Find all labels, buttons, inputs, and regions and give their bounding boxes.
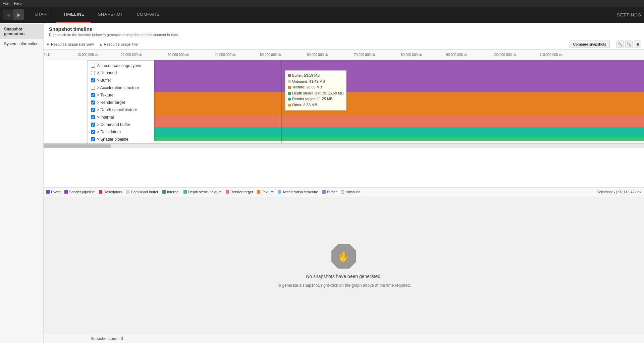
tick-10: 100,000,000 ck <box>493 53 516 57</box>
legend-color-internal <box>162 190 166 194</box>
dropdown-internal[interactable]: > Internal <box>88 114 154 121</box>
tick-0: 0 ck <box>44 53 50 57</box>
filter-button[interactable]: ▲ Resource usage filter <box>99 42 139 46</box>
tooltip-row-buffer: Buffer: 53.19 MB <box>288 73 343 79</box>
svg-rect-4 <box>87 116 644 127</box>
legend-unbound: Unbound <box>341 190 361 194</box>
dropdown-unbound[interactable]: > Unbound <box>88 69 154 77</box>
dropdown-desc[interactable]: > Descriptors <box>88 128 154 136</box>
checkbox-cmd[interactable] <box>91 123 95 127</box>
chart-area: 0 ck 10,000,000 ck 20,000,000 ck 30,000,… <box>44 50 644 187</box>
horizontal-scrollbar[interactable] <box>44 143 644 148</box>
dropdown-texture[interactable]: > Texture <box>88 91 154 99</box>
tooltip-label-unbound: Unbound: 41.42 MB <box>292 79 325 85</box>
checkbox-all[interactable] <box>91 64 95 68</box>
scrollbar-thumb[interactable] <box>44 144 111 148</box>
checkbox-buffer[interactable] <box>91 78 95 82</box>
tick-9: 90,000,000 ck <box>446 53 467 57</box>
tooltip-color-render <box>288 98 291 100</box>
dropdown-shader[interactable]: > Shader pipeline <box>88 136 154 143</box>
tooltip-row-other: Other: 8.33 MB <box>288 102 343 108</box>
chart-graph[interactable]: Buffer: 53.19 MB Unbound: 41.42 MB Textu… <box>44 60 644 143</box>
page-title: Snapshot timeline <box>49 26 639 32</box>
search-button-2[interactable]: 🔍 <box>625 41 633 48</box>
legend-label-texture: Texture <box>262 190 274 194</box>
checkbox-depth[interactable] <box>91 108 95 112</box>
tick-7: 70,000,000 ck <box>354 53 375 57</box>
tick-8: 80,000,000 ck <box>401 53 422 57</box>
controls-row: ▼ Resource usage size view ▲ Resource us… <box>44 39 644 50</box>
svg-rect-3 <box>87 92 644 116</box>
label-cmd: > Command buffer <box>97 122 130 127</box>
checkbox-internal[interactable] <box>91 115 95 119</box>
tooltip-row-depth: Depth stencil texture: 15.50 MB <box>288 90 343 96</box>
tooltip-color-other <box>288 104 291 107</box>
label-unbound: > Unbound <box>97 71 117 75</box>
legend-label-shader: Shader pipeline <box>69 190 95 194</box>
legend-color-buffer <box>322 190 326 194</box>
tick-2: 20,000,000 ck <box>121 53 142 57</box>
svg-rect-5 <box>87 127 644 137</box>
timeline-ruler: 0 ck 10,000,000 ck 20,000,000 ck 30,000,… <box>44 50 644 60</box>
legend-bar: Event Shader pipeline Descriptors Comman… <box>44 187 644 197</box>
nav-bar: ◀ ▶ START TIMELINE SNAPSHOT COMPARE SETT… <box>0 7 644 23</box>
label-all: All resource usage types <box>97 63 141 68</box>
selection-info: Selection: - | 50,113,422 ck <box>597 190 641 194</box>
checkbox-accel[interactable] <box>91 86 95 90</box>
legend-color-shader <box>64 190 68 194</box>
sidebar-item-system-information[interactable]: System information <box>0 39 43 49</box>
legend-label-unbound: Unbound <box>345 190 361 194</box>
legend-label-internal: Internal <box>167 190 179 194</box>
settings-label[interactable]: SETTINGS <box>617 12 641 17</box>
dropdown-buffer[interactable]: > Buffer <box>88 77 154 84</box>
sidebar-item-snapshot-generation[interactable]: Snapshot generation <box>0 24 43 39</box>
tooltip-color-depth <box>288 92 291 95</box>
legend-label-render: Render target <box>230 190 253 194</box>
menu-help[interactable]: Help <box>14 1 22 5</box>
tab-timeline[interactable]: TIMELINE <box>56 7 91 23</box>
sidebar: Snapshot generation System information <box>0 23 44 343</box>
no-snapshots-subtitle: To generate a snapshot, right-click on t… <box>277 283 411 288</box>
legend-label-event: Event <box>51 190 60 194</box>
chevron-down-icon: ▼ <box>46 43 50 46</box>
checkbox-unbound[interactable] <box>91 71 95 75</box>
page-subtitle: Right-click on the timeline below to gen… <box>49 33 639 37</box>
dropdown-depth[interactable]: > Depth stencil texture <box>88 106 154 114</box>
menu-file[interactable]: File <box>3 1 9 5</box>
search-button-1[interactable]: 🔍 <box>616 41 624 48</box>
checkbox-desc[interactable] <box>91 130 95 134</box>
main-content: Snapshot timeline Right-click on the tim… <box>44 23 644 343</box>
tab-compare[interactable]: COMPARE <box>130 7 166 23</box>
compare-snapshots-button[interactable]: Compare snapshots <box>570 41 610 48</box>
tick-11: 110,000,000 ck <box>539 53 562 57</box>
legend-color-unbound <box>341 190 344 194</box>
legend-cmd: Command buffer <box>126 190 158 194</box>
tooltip-label-texture: Texture: 28.88 MB <box>292 84 322 90</box>
tick-1: 10,000,000 ck <box>77 53 98 57</box>
size-view-button[interactable]: ▼ Resource usage size view <box>46 42 94 46</box>
dropdown-cmd[interactable]: > Command buffer <box>88 121 154 128</box>
label-internal: > Internal <box>97 115 114 120</box>
tab-snapshot[interactable]: SNAPSHOT <box>91 7 130 23</box>
dropdown-accel[interactable]: > Acceleration structure <box>88 84 154 91</box>
legend-texture: Texture <box>257 190 274 194</box>
dropdown-render[interactable]: > Render target <box>88 99 154 106</box>
checkbox-shader[interactable] <box>91 137 95 141</box>
legend-shader: Shader pipeline <box>64 190 95 194</box>
legend-color-render <box>226 190 229 194</box>
filter-label: Resource usage filter <box>104 42 139 46</box>
label-accel: > Acceleration structure <box>97 85 139 90</box>
nav-forward-button[interactable]: ▶ <box>13 9 24 20</box>
label-buffer: > Buffer <box>97 78 111 83</box>
tab-start[interactable]: START <box>28 7 56 23</box>
dropdown-event[interactable]: > Event <box>88 143 154 143</box>
label-shader: > Shader pipeline <box>97 137 128 142</box>
checkbox-render[interactable] <box>91 100 95 105</box>
search-button-3[interactable]: ⊕ <box>634 41 641 48</box>
checkbox-texture[interactable] <box>91 93 95 97</box>
label-render: > Render target <box>97 100 125 105</box>
tick-3: 30,000,000 ck <box>168 53 189 57</box>
nav-back-button[interactable]: ◀ <box>3 9 13 20</box>
tooltip-label-buffer: Buffer: 53.19 MB <box>292 73 320 79</box>
dropdown-all[interactable]: All resource usage types <box>88 62 154 69</box>
